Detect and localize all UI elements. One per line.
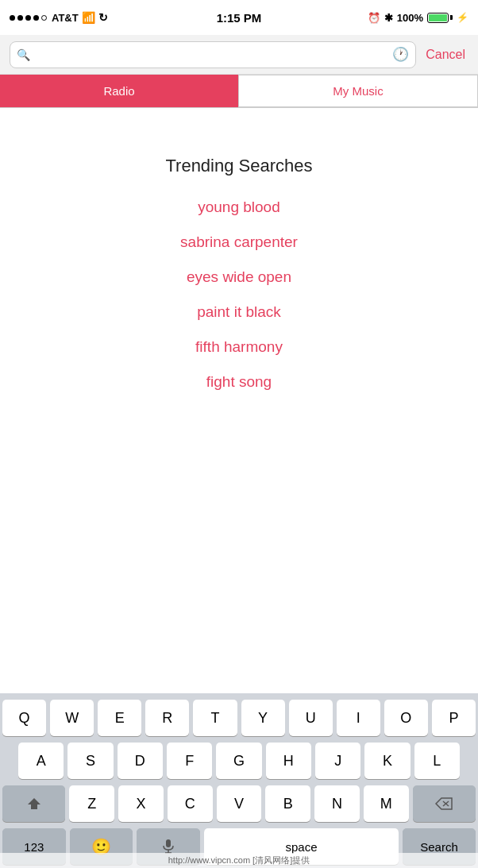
trending-item-2[interactable]: sabrina carpenter [180,233,298,251]
trending-list: young blood sabrina carpenter eyes wide … [180,199,298,391]
key-m[interactable]: M [364,785,409,822]
key-b[interactable]: B [265,785,310,822]
bluetooth-icon: ✱ [384,12,393,24]
tab-my-music[interactable]: My Music [238,75,478,107]
charging-icon: ⚡ [457,12,468,23]
key-z[interactable]: Z [69,785,114,822]
alarm-icon: ⏰ [368,12,380,24]
key-k[interactable]: K [364,743,410,779]
status-right: ⏰ ✱ 100% ⚡ [368,12,468,24]
shift-icon [26,797,42,811]
backspace-icon [435,797,453,810]
content-area: Trending Searches young blood sabrina ca… [0,108,478,391]
key-o[interactable]: O [384,700,428,736]
key-e[interactable]: E [98,700,141,736]
key-w[interactable]: W [50,700,94,736]
dot1 [10,15,15,21]
dot3 [25,15,31,21]
trending-item-5[interactable]: fifth harmony [195,338,283,356]
status-bar: AT&T 📶 ↻ 1:15 PM ⏰ ✱ 100% ⚡ [0,0,478,35]
time-display: 1:15 PM [217,11,262,25]
trending-title: Trending Searches [165,156,312,176]
dot2 [17,15,23,21]
key-r[interactable]: R [145,700,189,736]
dot4 [33,15,39,21]
trending-item-4[interactable]: paint it black [197,303,281,321]
key-i[interactable]: I [337,700,380,736]
wifi-icon: 📶 [82,11,95,24]
key-d[interactable]: D [118,743,163,779]
key-j[interactable]: J [315,743,360,779]
tab-radio[interactable]: Radio [0,75,238,107]
key-q[interactable]: Q [2,700,46,736]
key-a[interactable]: A [18,743,64,779]
key-n[interactable]: N [314,785,360,822]
key-p[interactable]: P [432,700,476,736]
signal-dots [10,15,47,21]
search-icon: 🔍 [17,48,30,61]
key-x[interactable]: X [118,785,164,822]
key-y[interactable]: Y [241,700,285,736]
history-icon[interactable]: 🕐 [392,46,409,63]
key-f[interactable]: F [167,743,212,779]
search-bar: 🔍 🕐 Cancel [0,35,478,75]
key-l[interactable]: L [414,743,460,779]
keyboard-row-1: Q W E R T Y U I O P [2,700,476,736]
key-s[interactable]: S [67,743,113,779]
svg-marker-0 [28,798,40,809]
key-u[interactable]: U [289,700,333,736]
battery-icon [427,13,453,23]
trending-item-1[interactable]: young blood [198,199,280,216]
tab-bar: Radio My Music [0,75,478,108]
key-backspace[interactable] [413,785,476,822]
watermark: http://www.vipcn.com [清风网络]提供 [0,853,478,868]
carrier-label: AT&T [52,12,79,24]
keyboard-row-2: A S D F G H J K L [2,743,476,779]
key-shift[interactable] [2,785,65,822]
key-g[interactable]: G [216,743,261,779]
search-input-wrap[interactable]: 🔍 🕐 [10,41,416,68]
key-h[interactable]: H [266,743,311,779]
svg-rect-3 [166,839,171,847]
trending-item-6[interactable]: fight song [206,373,272,391]
key-t[interactable]: T [193,700,237,736]
carrier-info: AT&T 📶 ↻ [10,11,108,24]
key-c[interactable]: C [168,785,213,822]
refresh-icon: ↻ [98,11,108,24]
search-input[interactable] [35,48,387,61]
keyboard-row-3: Z X C V B N M [2,785,476,822]
key-v[interactable]: V [217,785,262,822]
keyboard: Q W E R T Y U I O P A S D F G H J K L Z … [0,693,478,868]
trending-item-3[interactable]: eyes wide open [187,268,291,286]
battery-percent: 100% [397,12,423,24]
dot5 [41,15,47,21]
cancel-button[interactable]: Cancel [422,48,468,62]
microphone-icon [162,839,175,854]
